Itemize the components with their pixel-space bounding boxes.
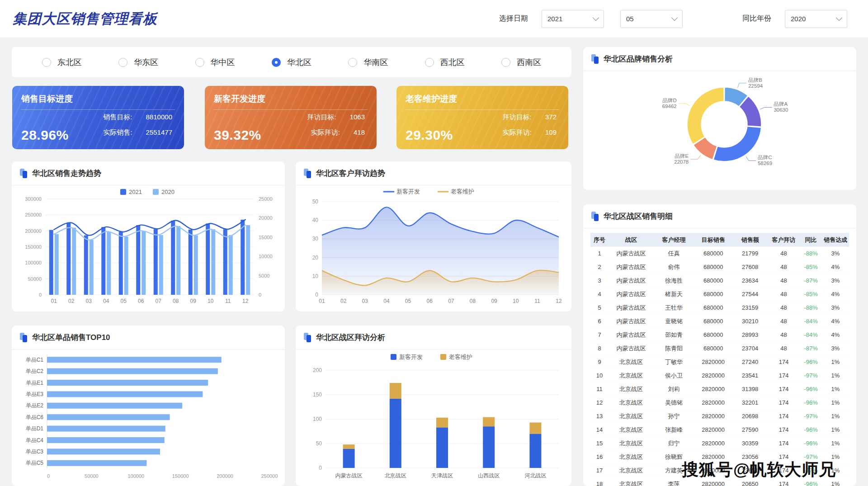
table-cell: 48 bbox=[768, 247, 800, 260]
panel-visit-trend: 华北区客户拜访趋势 新客开发老客维护0102030405001020304050… bbox=[296, 161, 571, 311]
svg-text:品牌A30630: 品牌A30630 bbox=[774, 101, 788, 113]
table-row: 10北京战区侯小卫282000023541174-97%1% bbox=[590, 369, 849, 382]
svg-text:150000: 150000 bbox=[25, 244, 42, 250]
table-cell: 680000 bbox=[694, 301, 733, 315]
sales-detail-table: 序号战区客户经理目标销售销售额客户拜访同比销售达成 1内蒙古战区任真680000… bbox=[590, 233, 849, 486]
svg-text:20: 20 bbox=[312, 255, 319, 261]
svg-text:天津战区: 天津战区 bbox=[431, 472, 453, 479]
chevron-down-icon bbox=[671, 14, 678, 21]
table-row: 13北京战区孙宁282000020698174-97%1% bbox=[590, 410, 849, 423]
svg-text:12: 12 bbox=[242, 298, 249, 304]
table-cell: 17 bbox=[590, 464, 609, 477]
table-cell: 23704 bbox=[733, 342, 768, 355]
kpi-title: 老客维护进度 bbox=[406, 86, 559, 110]
year-select[interactable]: 2021 bbox=[542, 10, 604, 28]
table-cell: 174 bbox=[768, 410, 800, 423]
table-cell: 3% bbox=[822, 274, 849, 288]
svg-text:内蒙古战区: 内蒙古战区 bbox=[335, 472, 363, 479]
svg-text:05: 05 bbox=[121, 298, 127, 304]
kpi-title: 新客开发进度 bbox=[214, 86, 368, 110]
table-cell: 7 bbox=[590, 328, 609, 342]
svg-text:08: 08 bbox=[173, 298, 179, 304]
svg-text:11: 11 bbox=[534, 298, 540, 304]
svg-text:20000: 20000 bbox=[259, 215, 273, 221]
kpi-row-value: 372 bbox=[545, 113, 557, 122]
kpi-row-label: 实际销售: bbox=[103, 128, 132, 137]
svg-text:15000: 15000 bbox=[259, 235, 273, 240]
region-radio-华北区[interactable]: 华北区 bbox=[272, 57, 311, 68]
table-col-header: 客户拜访 bbox=[768, 233, 800, 247]
svg-text:02: 02 bbox=[68, 298, 75, 304]
table-cell: 内蒙古战区 bbox=[609, 328, 654, 342]
svg-text:0: 0 bbox=[39, 292, 42, 297]
table-row: 6内蒙古战区童晓铭6800003021048-84%4% bbox=[590, 315, 849, 328]
table-cell: 童晓铭 bbox=[654, 315, 694, 328]
svg-text:09: 09 bbox=[190, 298, 197, 304]
table-cell: 174 bbox=[768, 355, 800, 369]
svg-text:品牌E22078: 品牌E22078 bbox=[674, 153, 689, 165]
panel-header: 华北区销售走势趋势 bbox=[12, 161, 285, 185]
month-select[interactable]: 05 bbox=[620, 10, 683, 28]
dashboard-page: 集团大区销售管理看板 选择日期 2021 05 同比年份 2020 东北区华东区… bbox=[0, 0, 868, 486]
table-cell: 48 bbox=[768, 328, 800, 342]
table-cell: -88% bbox=[800, 247, 822, 260]
table-cell: 孙宁 bbox=[654, 410, 694, 423]
table-cell: 邵如青 bbox=[654, 328, 694, 342]
region-radio-东北区[interactable]: 东北区 bbox=[42, 57, 82, 68]
table-cell: 48 bbox=[768, 288, 800, 301]
table-cell: 3% bbox=[822, 247, 849, 260]
table-cell: 23541 bbox=[733, 369, 768, 382]
svg-text:06: 06 bbox=[138, 298, 144, 304]
region-label: 华南区 bbox=[363, 57, 388, 68]
table-cell: 内蒙古战区 bbox=[609, 301, 654, 315]
table-cell: 6 bbox=[590, 315, 609, 328]
radio-circle-icon bbox=[42, 58, 51, 67]
table-cell: 10 bbox=[590, 369, 609, 382]
svg-text:2020: 2020 bbox=[161, 189, 175, 195]
table-cell: 3% bbox=[822, 342, 849, 355]
panel-title: 华北区销售走势趋势 bbox=[32, 168, 101, 179]
table-cell: 23159 bbox=[733, 301, 768, 315]
table-cell: -97% bbox=[800, 410, 822, 423]
region-radio-华南区[interactable]: 华南区 bbox=[348, 57, 388, 68]
svg-text:单品C4: 单品C4 bbox=[26, 437, 44, 444]
kpi-card-oldclient-progress: 老客维护进度 29.30% 拜访目标:372 实际拜访:109 bbox=[396, 86, 568, 149]
table-cell: 内蒙古战区 bbox=[609, 274, 654, 288]
table-col-header: 目标销售 bbox=[694, 233, 733, 247]
table-cell: 1% bbox=[822, 423, 849, 437]
region-radio-华中区[interactable]: 华中区 bbox=[195, 57, 235, 68]
table-cell: 27608 bbox=[733, 260, 768, 274]
radio-circle-icon bbox=[118, 58, 127, 67]
svg-text:新客开发: 新客开发 bbox=[396, 188, 420, 195]
table-cell: 14 bbox=[590, 423, 609, 437]
table-cell: 1% bbox=[822, 355, 849, 369]
table-cell: 174 bbox=[768, 369, 800, 382]
table-cell: 21799 bbox=[733, 247, 768, 260]
header-controls: 选择日期 2021 05 同比年份 2020 bbox=[499, 10, 847, 28]
svg-text:150000: 150000 bbox=[172, 473, 189, 479]
table-cell: 30359 bbox=[733, 437, 768, 450]
svg-text:200000: 200000 bbox=[217, 473, 233, 479]
region-radio-西北区[interactable]: 西北区 bbox=[425, 57, 465, 68]
panel-title: 华北区单品销售TOP10 bbox=[32, 332, 110, 343]
table-cell: 内蒙古战区 bbox=[609, 342, 654, 355]
panel-title: 华北区客户拜访趋势 bbox=[316, 168, 385, 179]
table-cell: -87% bbox=[800, 342, 822, 355]
kpi-row-label: 拜访目标: bbox=[503, 113, 532, 122]
table-cell: -84% bbox=[800, 315, 822, 328]
table-cell: 680000 bbox=[694, 260, 733, 274]
table-cell: 18 bbox=[590, 477, 609, 486]
table-cell: -96% bbox=[800, 396, 822, 410]
table-cell: 5 bbox=[590, 301, 609, 315]
table-cell: -84% bbox=[800, 328, 822, 342]
svg-text:0: 0 bbox=[259, 292, 261, 297]
compare-year-select[interactable]: 2020 bbox=[785, 10, 847, 28]
region-radio-华东区[interactable]: 华东区 bbox=[118, 57, 158, 68]
svg-text:50: 50 bbox=[312, 198, 319, 205]
table-cell: 1% bbox=[822, 396, 849, 410]
table-cell: 680000 bbox=[694, 315, 733, 328]
svg-text:06: 06 bbox=[427, 298, 433, 304]
svg-text:老客维护: 老客维护 bbox=[450, 188, 474, 195]
svg-text:单品C5: 单品C5 bbox=[26, 460, 44, 466]
region-radio-西南区[interactable]: 西南区 bbox=[501, 57, 541, 68]
